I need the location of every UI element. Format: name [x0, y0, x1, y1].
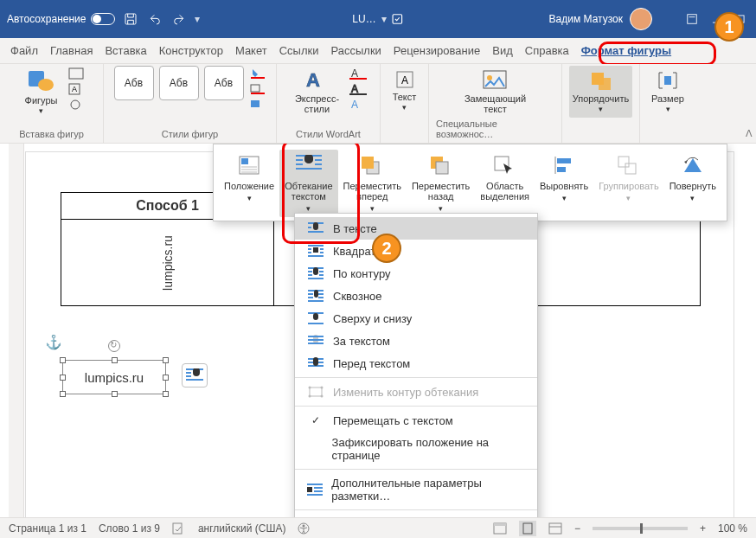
- rotation-handle[interactable]: [108, 340, 120, 352]
- express-styles-button[interactable]: A Экспресс- стили: [290, 66, 344, 118]
- text-fill-outline[interactable]: A A A: [349, 66, 367, 111]
- svg-rect-88: [173, 523, 182, 534]
- shape-style-2[interactable]: Абв: [159, 66, 199, 100]
- tight-icon: [307, 266, 324, 280]
- svg-rect-10: [251, 77, 265, 79]
- zoom-slider[interactable]: [593, 527, 688, 530]
- svg-rect-0: [125, 14, 136, 24]
- svg-rect-29: [186, 375, 191, 377]
- svg-rect-84: [307, 487, 312, 492]
- svg-rect-44: [557, 158, 571, 163]
- print-layout-icon[interactable]: [519, 521, 536, 536]
- tab-layout[interactable]: Макет: [230, 41, 272, 61]
- rotate-button[interactable]: Повернуть▾: [664, 150, 721, 217]
- wrap-set-default: Сделать макетом по умолчанию: [295, 513, 537, 517]
- layout-options-icon[interactable]: [182, 363, 208, 387]
- svg-rect-1: [393, 15, 402, 24]
- selection-pane-button[interactable]: Область выделения: [475, 150, 535, 217]
- wrap-tight[interactable]: По контуру: [295, 262, 537, 285]
- svg-rect-13: [251, 100, 259, 107]
- tab-insert[interactable]: Вставка: [99, 41, 151, 61]
- user-avatar[interactable]: [630, 8, 652, 30]
- shape-tools[interactable]: A: [68, 66, 84, 111]
- web-layout-icon[interactable]: [548, 522, 562, 535]
- highlight-box-1: [599, 42, 716, 66]
- svg-rect-63: [308, 278, 324, 279]
- wrap-front[interactable]: Перед текстом: [295, 352, 537, 375]
- tab-design[interactable]: Конструктор: [154, 41, 228, 61]
- annotation-1: 1: [714, 12, 744, 42]
- tab-review[interactable]: Рецензирование: [388, 41, 485, 61]
- svg-rect-51: [308, 245, 324, 247]
- svg-rect-56: [320, 252, 324, 253]
- svg-point-80: [321, 387, 324, 389]
- language-indicator[interactable]: английский (США): [198, 522, 285, 535]
- wrap-fix-position[interactable]: Зафиксировать положение на странице: [295, 432, 537, 466]
- save-icon[interactable]: [122, 10, 139, 28]
- svg-rect-78: [310, 387, 322, 396]
- collapse-ribbon-icon[interactable]: ᐱ: [746, 128, 753, 139]
- tab-file[interactable]: Файл: [5, 41, 43, 61]
- svg-point-23: [487, 75, 492, 80]
- undo-icon[interactable]: [146, 10, 163, 28]
- wrap-text-menu: В тексте Квадрат По контуру Сквозное Све…: [294, 213, 538, 517]
- svg-rect-45: [557, 167, 566, 172]
- svg-rect-65: [308, 293, 313, 295]
- svg-rect-40: [362, 157, 374, 169]
- wrap-behind[interactable]: За текстом: [295, 330, 537, 352]
- more-options-icon: [307, 483, 323, 496]
- spellcheck-icon[interactable]: [172, 522, 186, 535]
- svg-point-90: [303, 524, 305, 527]
- zoom-out-icon[interactable]: −: [574, 522, 580, 535]
- text-button[interactable]: A Текст ▾: [383, 66, 426, 116]
- accessibility-status-icon[interactable]: [298, 522, 310, 535]
- word-count[interactable]: Слово 1 из 9: [99, 522, 160, 535]
- zoom-in-icon[interactable]: +: [700, 522, 706, 535]
- svg-rect-6: [69, 68, 83, 79]
- tab-view[interactable]: Вид: [487, 41, 518, 61]
- position-button[interactable]: Положение▾: [219, 150, 279, 217]
- svg-rect-59: [308, 271, 312, 272]
- front-icon: [307, 356, 324, 370]
- tab-home[interactable]: Главная: [45, 41, 98, 61]
- redo-icon[interactable]: [170, 10, 188, 28]
- svg-rect-25: [599, 78, 611, 90]
- svg-rect-11: [251, 85, 259, 92]
- svg-text:A: A: [351, 67, 358, 80]
- tab-mailings[interactable]: Рассылки: [325, 41, 386, 61]
- tab-help[interactable]: Справка: [520, 41, 574, 61]
- ribbon-options-icon[interactable]: [683, 10, 701, 28]
- svg-rect-32: [241, 158, 248, 164]
- shape-style-3[interactable]: Абв: [204, 66, 244, 100]
- align-button[interactable]: Выровнять▾: [535, 150, 593, 217]
- document-title: LU… ▾: [352, 13, 403, 25]
- svg-text:A: A: [72, 85, 77, 93]
- shape-fill-outline[interactable]: [249, 66, 266, 111]
- size-button[interactable]: Размер ▾: [646, 66, 689, 118]
- arrange-button[interactable]: Упорядочить ▾: [569, 66, 632, 118]
- wrap-top-bottom[interactable]: Сверху и снизу: [295, 307, 537, 330]
- autosave-label: Автосохранение: [7, 13, 86, 25]
- group-label: Вставка фигур: [19, 129, 84, 141]
- table-cell-1[interactable]: lumpics.ru: [61, 220, 274, 306]
- autosave-toggle-group: Автосохранение: [7, 13, 115, 25]
- focus-mode-icon[interactable]: [493, 522, 507, 535]
- shape-style-1[interactable]: Абв: [114, 66, 154, 100]
- svg-rect-30: [186, 379, 203, 381]
- zoom-level[interactable]: 100 %: [718, 522, 747, 535]
- svg-rect-16: [349, 78, 367, 80]
- shapes-button[interactable]: Фигуры ▾: [20, 66, 63, 119]
- svg-rect-26: [664, 76, 671, 85]
- page-indicator[interactable]: Страница 1 из 1: [9, 522, 86, 535]
- alt-text-button[interactable]: Замещающий текст: [459, 66, 531, 118]
- wrap-move-with-text[interactable]: ✓ Перемещать с текстом: [295, 409, 537, 432]
- svg-rect-66: [318, 293, 324, 295]
- autosave-toggle[interactable]: [91, 13, 115, 25]
- svg-text:A: A: [351, 83, 358, 95]
- wrap-more-options[interactable]: Дополнительные параметры разметки…: [295, 472, 537, 507]
- svg-rect-73: [308, 339, 324, 341]
- tab-references[interactable]: Ссылки: [274, 41, 324, 61]
- send-backward-button[interactable]: Переместить назад▾: [407, 150, 475, 217]
- selected-shape[interactable]: lumpics.ru: [62, 360, 166, 394]
- wrap-through[interactable]: Сквозное: [295, 285, 537, 307]
